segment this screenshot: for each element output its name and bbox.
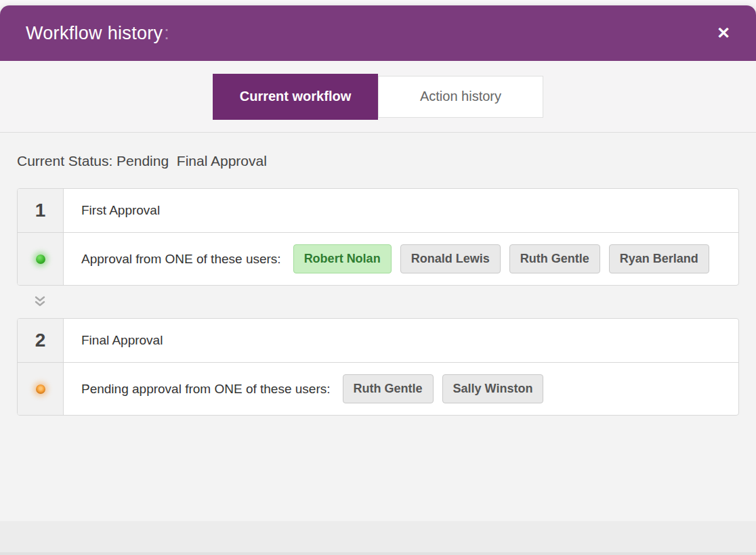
workflow-step-1: 1 First Approval Approval from ONE of th… (17, 188, 739, 286)
current-status-label: Current Status: (17, 153, 112, 169)
tab-action-history[interactable]: Action history (378, 76, 543, 118)
step-instruction: Pending approval from ONE of these users… (81, 382, 331, 397)
step-status-cell (18, 233, 64, 285)
user-chip[interactable]: Ruth Gentle (343, 374, 434, 403)
modal-header: Workflow history: ✕ (0, 5, 756, 61)
modal-title: Workflow history: (26, 23, 169, 44)
chevron-double-down-icon (34, 296, 46, 308)
step-title: First Approval (64, 189, 738, 233)
pending-status-icon (36, 384, 45, 394)
step-users-row: Pending approval from ONE of these users… (64, 363, 738, 415)
workflow-step-2: 2 Final Approval Pending approval from O… (17, 318, 739, 416)
current-status-value: Pending Final Approval (117, 153, 267, 169)
step-status-cell (18, 363, 64, 415)
approved-status-icon (36, 254, 45, 264)
step-instruction: Approval from ONE of these users: (81, 252, 281, 267)
current-status-line: Current Status: Pending Final Approval (17, 153, 739, 169)
step-title: Final Approval (64, 319, 738, 363)
step-connector (17, 286, 63, 318)
close-icon[interactable]: ✕ (714, 22, 733, 44)
user-chip[interactable]: Ruth Gentle (509, 244, 600, 273)
user-chip[interactable]: Ryan Berland (609, 244, 709, 273)
step-users-row: Approval from ONE of these users: Robert… (64, 233, 738, 285)
user-chip[interactable]: Robert Nolan (293, 244, 392, 273)
modal-body: Current Status: Pending Final Approval 1… (0, 153, 756, 416)
modal-title-text: Workflow history (26, 23, 163, 43)
workflow-history-modal: Workflow history: ✕ Current workflow Act… (0, 5, 756, 555)
tab-bar: Current workflow Action history (0, 61, 756, 133)
tab-current-workflow[interactable]: Current workflow (213, 74, 378, 120)
step-number: 1 (18, 189, 64, 233)
footer-band (0, 521, 756, 555)
user-chip[interactable]: Sally Winston (442, 374, 544, 403)
user-chip[interactable]: Ronald Lewis (400, 244, 501, 273)
modal-title-colon: : (164, 23, 169, 43)
step-number: 2 (18, 319, 64, 363)
